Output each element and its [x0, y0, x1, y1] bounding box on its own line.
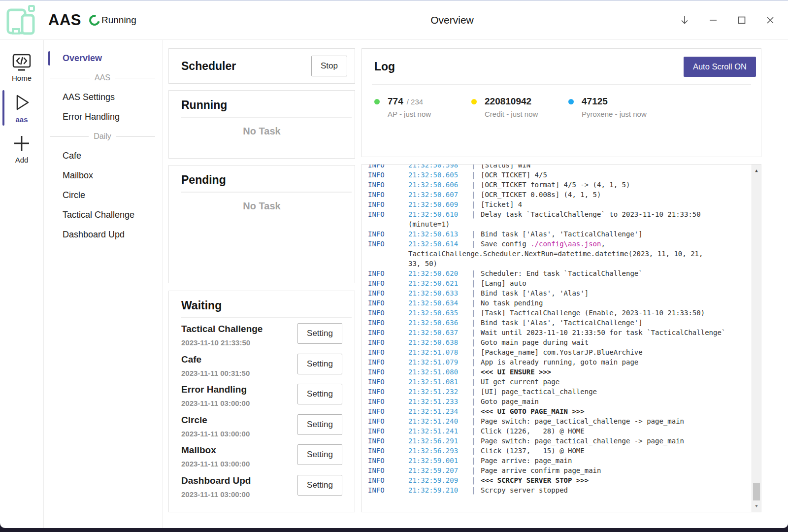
menu-group-divider: AAS — [50, 72, 155, 83]
task-setting-button[interactable]: Setting — [297, 414, 342, 435]
log-line: INFO21:32:51.079|App is already running,… — [368, 357, 761, 367]
stat-line: 220810942 — [485, 96, 538, 107]
log-line: INFO21:32:50.620|Scheduler: End task `Ta… — [368, 268, 761, 278]
menu-item-circle[interactable]: Circle — [44, 186, 163, 204]
waiting-task-row: Dashboard Upd 2023-11-11 03:00:00 Settin… — [169, 473, 355, 503]
waiting-task-next-run: 2023-11-10 21:33:50 — [181, 338, 263, 347]
menu-item-aas-settings[interactable]: AAS Settings — [44, 88, 163, 106]
log-line: INFO21:32:51.241|Click (1226, 28) @ HOME — [368, 426, 761, 436]
task-setting-button[interactable]: Setting — [297, 444, 342, 465]
menu-item-tactical-challenge[interactable]: Tactical Challenge — [44, 206, 163, 224]
menu-item-overview[interactable]: Overview — [44, 49, 163, 67]
menu-item-label: Cafe — [63, 151, 81, 161]
app-body: Home aas Add Overview AAS AAS Settin — [0, 40, 788, 528]
log-line: INFO21:32:50.621|[Lang] auto — [368, 278, 761, 288]
sidebar-item-label: Home — [0, 74, 43, 82]
waiting-task-row: Mailbox 2023-11-11 03:00:00 Setting — [169, 442, 355, 473]
menu-item-label: Overview — [63, 53, 102, 63]
stat-dot-icon — [374, 99, 380, 104]
stat-label: AP - just now — [388, 110, 431, 118]
sidebar-item-aas[interactable]: aas — [0, 87, 43, 129]
menu-item-label: Tactical Challenge — [63, 210, 134, 220]
waiting-task-info: Cafe 2023-11-11 00:31:50 — [181, 353, 250, 377]
stat-line: 774 / 234 — [388, 96, 431, 107]
waiting-task-name: Circle — [181, 415, 250, 426]
menu-item-mailbox[interactable]: Mailbox — [44, 166, 163, 185]
log-console: INFO21:32:50.598|[Status] WININFO21:32:5… — [361, 164, 761, 512]
menu-group-label: AAS — [95, 73, 110, 82]
waiting-card: Waiting Tactical Challenge 2023-11-10 21… — [168, 291, 355, 512]
log-lines: INFO21:32:50.598|[Status] WININFO21:32:5… — [362, 164, 761, 495]
scroll-up-icon[interactable]: ▲ — [752, 166, 761, 175]
waiting-task-name: Dashboard Upd — [181, 475, 251, 486]
window-controls — [679, 0, 776, 40]
close-icon — [765, 15, 776, 26]
stat-value: 220810942 — [485, 96, 531, 107]
log-line: INFO21:32:50.614|Save config ./config\aa… — [368, 239, 761, 249]
scroll-down-icon[interactable]: ▼ — [752, 501, 761, 511]
download-arrow-icon — [679, 15, 690, 26]
sidebar-item-add[interactable]: Add — [0, 129, 43, 169]
stat-label: Credit - just now — [485, 110, 538, 118]
waiting-task-info: Error Handling 2023-11-11 03:00:00 — [181, 383, 250, 407]
waiting-task-next-run: 2023-11-11 03:00:00 — [181, 430, 250, 438]
log-line: INFO21:32:51.234|<<< UI GOTO PAGE_MAIN >… — [368, 406, 761, 416]
menu-item-error-handling[interactable]: Error Handling — [44, 108, 163, 126]
task-setting-button[interactable]: Setting — [297, 475, 342, 496]
divider-line — [50, 136, 89, 137]
download-update-button[interactable] — [679, 14, 690, 26]
minimize-button[interactable] — [707, 14, 719, 26]
menu-item-label: Dashboard Upd — [63, 230, 125, 239]
waiting-task-row: Tactical Challenge 2023-11-10 21:33:50 S… — [169, 321, 355, 352]
dashboard-stats: 774 / 234 AP - just now 220810942 Credit… — [362, 85, 761, 118]
task-setting-button[interactable]: Setting — [297, 354, 342, 374]
waiting-task-name: Mailbox — [181, 445, 250, 456]
dashboard-stat: 220810942 Credit - just now — [471, 96, 568, 118]
log-line: INFO21:32:56.293|Click (1237, 15) @ HOME — [368, 446, 761, 456]
menu-item-label: Mailbox — [63, 170, 93, 180]
waiting-task-info: Dashboard Upd 2023-11-11 03:00:00 — [181, 474, 251, 499]
close-button[interactable] — [764, 14, 776, 26]
waiting-task-name: Error Handling — [181, 384, 250, 395]
plus-icon — [11, 133, 33, 154]
main-content: Scheduler Stop Running No Task Pending N… — [163, 40, 788, 528]
sidebar-item-home[interactable]: Home — [0, 49, 43, 87]
stat-label: Pyroxene - just now — [582, 110, 647, 118]
running-spinner-icon — [87, 12, 102, 27]
divider-line — [116, 136, 155, 137]
task-setting-button[interactable]: Setting — [297, 384, 342, 404]
maximize-button[interactable] — [736, 14, 748, 26]
menu-group-label: Daily — [94, 132, 111, 141]
waiting-task-row: Circle 2023-11-11 03:00:00 Setting — [169, 412, 355, 443]
log-line: INFO21:32:50.598|[Status] WIN — [368, 164, 761, 170]
auto-scroll-button[interactable]: Auto Scroll ON — [684, 57, 756, 77]
tasks-column: Scheduler Stop Running No Task Pending N… — [168, 48, 355, 512]
log-line: INFO21:32:59.207|Page arrive confirm pag… — [368, 466, 761, 475]
divider-line — [115, 78, 155, 78]
scrollbar-thumb[interactable] — [753, 483, 760, 500]
stat-body: 47125 Pyroxene - just now — [582, 96, 647, 118]
log-line-continuation: 33, 50) — [368, 259, 761, 268]
pending-empty-text: No Task — [169, 200, 355, 212]
running-empty-text: No Task — [169, 126, 355, 137]
stop-button[interactable]: Stop — [311, 56, 347, 76]
play-icon — [10, 91, 33, 114]
log-line: INFO21:32:50.634|No task pending — [368, 298, 761, 308]
pending-title: Pending — [169, 173, 355, 187]
stat-dot-icon — [471, 99, 477, 104]
waiting-task-name: Cafe — [181, 354, 250, 365]
log-column: Log Auto Scroll ON 774 / 234 AP - just n… — [361, 48, 761, 512]
log-line: INFO21:32:50.609|[Ticket] 4 — [368, 200, 761, 209]
menu-item-dashboard-upd[interactable]: Dashboard Upd — [44, 226, 163, 244]
waiting-task-next-run: 2023-11-11 03:00:00 — [181, 490, 251, 499]
log-scrollbar[interactable]: ▲ ▼ — [752, 165, 761, 512]
stat-dot-icon — [568, 99, 574, 104]
waiting-task-row: Cafe 2023-11-11 00:31:50 Setting — [169, 352, 355, 382]
task-setting-button[interactable]: Setting — [297, 323, 342, 344]
icon-sidebar: Home aas Add — [0, 40, 44, 528]
menu-item-cafe[interactable]: Cafe — [44, 147, 163, 165]
active-indicator — [2, 90, 4, 126]
log-line-continuation: TacticalChallenge.Scheduler.NextRun=date… — [368, 249, 761, 259]
app-logo-icon — [4, 3, 37, 37]
log-line: INFO21:32:50.633|Bind task ['Alas', 'Ala… — [368, 288, 761, 298]
